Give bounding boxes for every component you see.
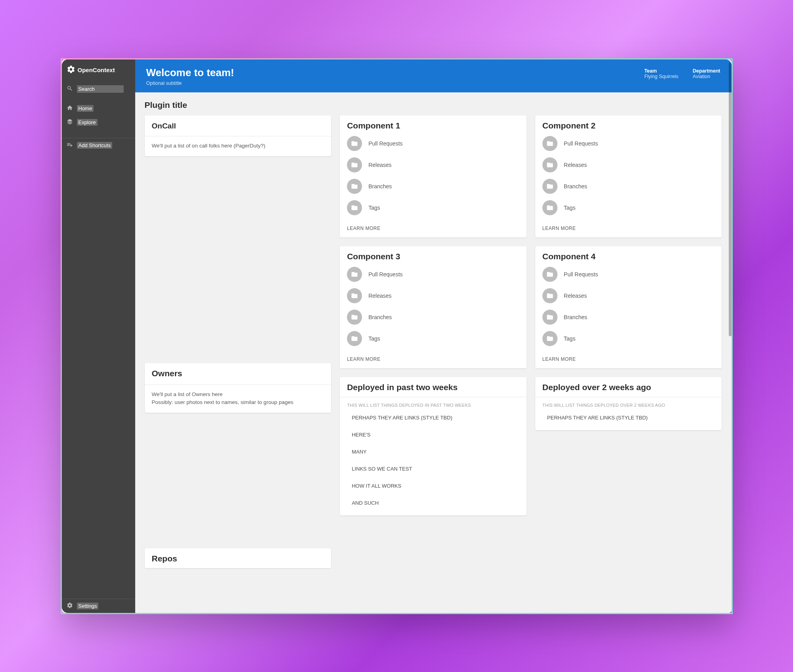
card-body: We'll put a list of Owners here Possibly… — [145, 385, 331, 413]
component-item[interactable]: Tags — [340, 328, 527, 349]
learn-more-button[interactable]: LEARN MORE — [340, 349, 527, 368]
folder-icon — [542, 267, 557, 282]
meta-value: Flying Squirrels — [644, 74, 678, 79]
card-title: Component 1 — [340, 115, 527, 133]
card-title: Owners — [145, 363, 331, 381]
meta-value: Aviation — [693, 74, 720, 79]
deploy-link[interactable]: MANY — [340, 443, 527, 460]
scrollbar[interactable] — [726, 59, 732, 613]
component-item-label: Branches — [368, 314, 392, 320]
search-icon — [67, 85, 73, 93]
component-item[interactable]: Releases — [535, 154, 722, 176]
component-item-label: Branches — [564, 183, 587, 190]
component-card: Component 3Pull RequestsReleasesBranches… — [340, 246, 527, 368]
component-item-label: Tags — [564, 205, 576, 211]
component-item[interactable]: Tags — [535, 197, 722, 218]
component-item[interactable]: Pull Requests — [535, 133, 722, 154]
card-title: Component 3 — [340, 246, 527, 264]
meta-label: Team — [644, 68, 678, 74]
component-item-label: Tags — [368, 335, 380, 342]
card-body: We'll put a list of on call folks here (… — [145, 136, 331, 156]
component-item-label: Branches — [368, 183, 392, 190]
component-item-label: Pull Requests — [368, 140, 402, 147]
page-title: Welcome to team! — [146, 67, 234, 79]
deploy-link[interactable]: PERHAPS THEY ARE LINKS (STYLE TBD) — [535, 409, 722, 426]
component-item[interactable]: Tags — [340, 197, 527, 218]
component-item-label: Tags — [564, 335, 576, 342]
deploy-link[interactable]: LINKS SO WE CAN TEST — [340, 460, 527, 477]
card-title: Deployed in past two weeks — [340, 377, 527, 394]
folder-icon — [347, 157, 362, 172]
folder-icon — [347, 288, 362, 303]
content: Plugin title OnCall We'll put a list of … — [135, 92, 732, 584]
deployed_old-card: Deployed over 2 weeks agoTHIS WILL LIST … — [535, 377, 722, 430]
gears-icon — [67, 65, 75, 75]
sidebar: OpenContext Home Explore — [62, 59, 135, 613]
card-subtitle: THIS WILL LIST THINGS DEPLOYED OVER 2 WE… — [535, 397, 722, 409]
learn-more-button[interactable]: LEARN MORE — [535, 218, 722, 237]
component-item[interactable]: Pull Requests — [340, 133, 527, 154]
folder-icon — [347, 331, 362, 346]
gear-icon — [67, 602, 73, 610]
component-item-label: Releases — [368, 162, 391, 168]
card-title: Repos — [145, 548, 331, 566]
component-item-label: Pull Requests — [564, 140, 598, 147]
card-title: Deployed over 2 weeks ago — [535, 377, 722, 394]
component-item-label: Releases — [368, 293, 391, 299]
section-title: Plugin title — [145, 100, 722, 110]
component-card: Component 2Pull RequestsReleasesBranches… — [535, 115, 722, 237]
folder-icon — [542, 200, 557, 215]
folder-icon — [347, 200, 362, 215]
sidebar-item-label: Home — [77, 105, 94, 112]
sidebar-item-explore[interactable]: Explore — [62, 115, 135, 129]
folder-icon — [347, 179, 362, 194]
component-item[interactable]: Tags — [535, 328, 722, 349]
component-item[interactable]: Pull Requests — [340, 264, 527, 285]
layers-icon — [67, 119, 73, 126]
brand-name: OpenContext — [78, 67, 115, 73]
folder-icon — [542, 310, 557, 325]
component-item[interactable]: Releases — [340, 154, 527, 176]
card-grid: OnCall We'll put a list of on call folks… — [145, 115, 722, 569]
sidebar-settings[interactable]: Settings — [62, 599, 135, 613]
deploy-link[interactable]: AND SUCH — [340, 494, 527, 511]
search-input[interactable] — [79, 86, 122, 92]
folder-icon — [542, 157, 557, 172]
component-item[interactable]: Branches — [535, 176, 722, 197]
header-meta: Team Flying Squirrels Department Aviatio… — [644, 68, 720, 79]
page-subtitle: Optional subtitle — [146, 80, 234, 86]
link-list: PERHAPS THEY ARE LINKS (STYLE TBD) — [535, 409, 722, 426]
component-card: Component 4Pull RequestsReleasesBranches… — [535, 246, 722, 368]
folder-icon — [542, 331, 557, 346]
component-item[interactable]: Branches — [340, 176, 527, 197]
deploy-link[interactable]: HERE'S — [340, 426, 527, 443]
owners-card: Owners We'll put a list of Owners here P… — [145, 363, 331, 413]
deploy-link[interactable]: PERHAPS THEY ARE LINKS (STYLE TBD) — [340, 409, 527, 426]
component-item-label: Tags — [368, 205, 380, 211]
sidebar-item-label: Add Shortcuts — [77, 142, 113, 149]
component-item[interactable]: Pull Requests — [535, 264, 722, 285]
component-item[interactable]: Branches — [340, 306, 527, 328]
component-item-label: Pull Requests — [368, 271, 402, 278]
scrollbar-thumb[interactable] — [729, 63, 732, 336]
component-item[interactable]: Branches — [535, 306, 722, 328]
sidebar-item-home[interactable]: Home — [62, 101, 135, 115]
link-list: PERHAPS THEY ARE LINKS (STYLE TBD)HERE'S… — [340, 409, 527, 511]
sidebar-add-shortcuts[interactable]: Add Shortcuts — [62, 138, 135, 152]
component-item[interactable]: Releases — [535, 285, 722, 306]
learn-more-button[interactable]: LEARN MORE — [340, 218, 527, 237]
folder-icon — [542, 136, 557, 151]
folder-icon — [347, 267, 362, 282]
card-title: Component 4 — [535, 246, 722, 264]
learn-more-button[interactable]: LEARN MORE — [535, 349, 722, 368]
component-item-label: Pull Requests — [564, 271, 598, 278]
deploy-link[interactable]: HOW IT ALL WORKS — [340, 477, 527, 494]
brand: OpenContext — [62, 59, 135, 82]
playlist-add-icon — [67, 142, 73, 149]
component-item-label: Releases — [564, 293, 587, 299]
card-subtitle: THIS WILL LIST THINGS DEPLOYED IN PAST T… — [340, 397, 527, 409]
component-item-label: Branches — [564, 314, 587, 320]
search-row[interactable] — [62, 82, 135, 96]
component-item[interactable]: Releases — [340, 285, 527, 306]
page-header: Welcome to team! Optional subtitle Team … — [135, 59, 732, 92]
